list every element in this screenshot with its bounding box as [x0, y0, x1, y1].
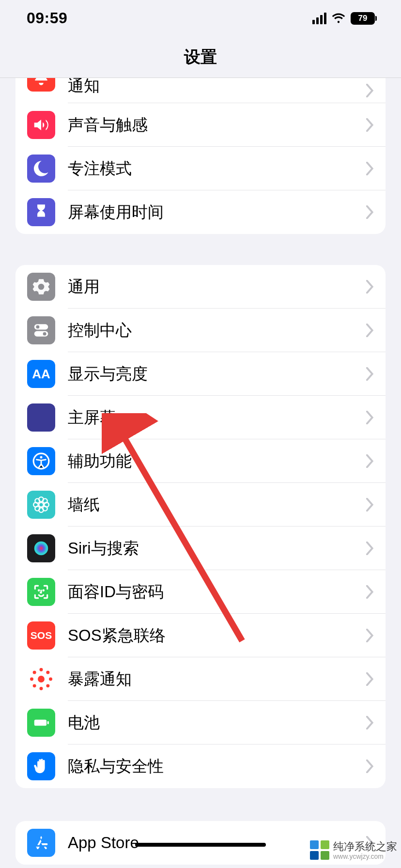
row-label: 屏幕使用时间 [68, 202, 386, 223]
row-label: 专注模式 [68, 158, 386, 180]
svg-point-15 [34, 542, 48, 556]
gear-icon [27, 273, 55, 301]
row-siri[interactable]: Siri与搜索 [15, 527, 386, 570]
svg-rect-28 [47, 721, 49, 724]
settings-group-general: 通用 控制中心 AA 显示与亮度 主屏幕 辅助功能 [15, 265, 386, 788]
row-wallpaper[interactable]: 墙纸 [15, 483, 386, 527]
svg-point-17 [43, 590, 44, 591]
page-header: 设置 [0, 36, 401, 78]
watermark-logo-icon [310, 840, 329, 860]
row-face-id[interactable]: 面容ID与密码 [15, 570, 386, 614]
text-size-icon: AA [27, 360, 55, 388]
svg-point-19 [40, 668, 43, 671]
row-label: 面容ID与密码 [68, 581, 386, 603]
row-focus[interactable]: 专注模式 [15, 147, 386, 190]
row-screen-time[interactable]: 屏幕使用时间 [15, 190, 386, 234]
moon-icon [27, 155, 55, 183]
face-id-icon [27, 578, 55, 606]
chevron-right-icon [366, 162, 374, 175]
row-battery[interactable]: 电池 [15, 701, 386, 744]
watermark: 纯净系统之家 www.ycwjzy.com [310, 840, 397, 860]
svg-point-25 [33, 684, 36, 687]
status-right: 79 [312, 12, 377, 25]
row-exposure[interactable]: 暴露通知 [15, 657, 386, 701]
sos-icon: SOS [27, 621, 55, 650]
row-label: 声音与触感 [68, 114, 386, 136]
row-label: 主屏幕 [68, 407, 386, 429]
watermark-name: 纯净系统之家 [333, 840, 397, 852]
accessibility-icon [27, 447, 55, 475]
chevron-right-icon [366, 367, 374, 381]
app-store-icon [27, 829, 55, 857]
chevron-right-icon [366, 118, 374, 132]
svg-point-16 [38, 590, 39, 591]
watermark-url: www.ycwjzy.com [333, 852, 397, 860]
row-label: 显示与亮度 [68, 363, 386, 385]
svg-point-20 [40, 687, 43, 690]
row-control-center[interactable]: 控制中心 [15, 309, 386, 352]
svg-point-5 [40, 456, 42, 459]
svg-point-3 [43, 332, 46, 336]
svg-point-26 [46, 684, 49, 687]
row-privacy[interactable]: 隐私与安全性 [15, 744, 386, 788]
row-label: 控制中心 [68, 320, 386, 341]
bell-icon [27, 78, 55, 92]
exposure-icon [27, 665, 55, 693]
svg-point-23 [33, 671, 36, 674]
row-label: 隐私与安全性 [68, 756, 386, 777]
svg-rect-27 [34, 720, 46, 726]
wifi-icon [331, 13, 346, 24]
home-indicator[interactable] [135, 843, 266, 847]
row-label: 通用 [68, 276, 386, 298]
svg-point-6 [39, 502, 44, 507]
svg-point-22 [49, 678, 52, 681]
flower-icon [27, 491, 55, 519]
battery-full-icon [27, 709, 55, 737]
status-bar: 09:59 79 [0, 0, 401, 36]
row-display[interactable]: AA 显示与亮度 [15, 352, 386, 396]
row-label: 辅助功能 [68, 450, 386, 472]
row-sounds[interactable]: 声音与触感 [15, 103, 386, 147]
cellular-signal-icon [312, 13, 327, 24]
row-home-screen[interactable]: 主屏幕 [15, 396, 386, 439]
status-time: 09:59 [27, 9, 67, 27]
chevron-right-icon [366, 585, 374, 599]
app-grid-icon [27, 403, 55, 432]
row-label: SOS紧急联络 [68, 625, 386, 647]
chevron-right-icon [366, 205, 374, 219]
settings-group-notifications: 通知 声音与触感 专注模式 屏幕使用时间 [15, 78, 386, 234]
svg-point-18 [38, 676, 45, 682]
chevron-right-icon [366, 454, 374, 468]
chevron-right-icon [366, 542, 374, 555]
row-sos[interactable]: SOS SOS紧急联络 [15, 614, 386, 657]
chevron-right-icon [366, 498, 374, 512]
row-label: Siri与搜索 [68, 538, 386, 559]
siri-icon [27, 534, 55, 562]
chevron-right-icon [366, 672, 374, 686]
page-title: 设置 [184, 46, 217, 68]
row-label: 暴露通知 [68, 668, 386, 690]
chevron-right-icon [366, 760, 374, 773]
row-notifications[interactable]: 通知 [15, 78, 386, 103]
chevron-right-icon [366, 280, 374, 294]
row-label: 墙纸 [68, 494, 386, 516]
row-label: 通知 [68, 78, 386, 97]
chevron-right-icon [366, 411, 374, 424]
row-label: 电池 [68, 712, 386, 734]
hourglass-icon [27, 198, 55, 226]
hand-icon [27, 752, 55, 780]
svg-point-24 [46, 671, 49, 674]
battery-icon: 79 [351, 12, 377, 25]
row-accessibility[interactable]: 辅助功能 [15, 439, 386, 483]
chevron-right-icon [366, 324, 374, 337]
chevron-right-icon [366, 84, 374, 97]
svg-point-1 [36, 325, 39, 328]
chevron-right-icon [366, 716, 374, 729]
svg-point-21 [30, 678, 33, 681]
speaker-icon [27, 111, 55, 139]
chevron-right-icon [366, 629, 374, 642]
row-general[interactable]: 通用 [15, 265, 386, 309]
toggles-icon [27, 316, 55, 344]
